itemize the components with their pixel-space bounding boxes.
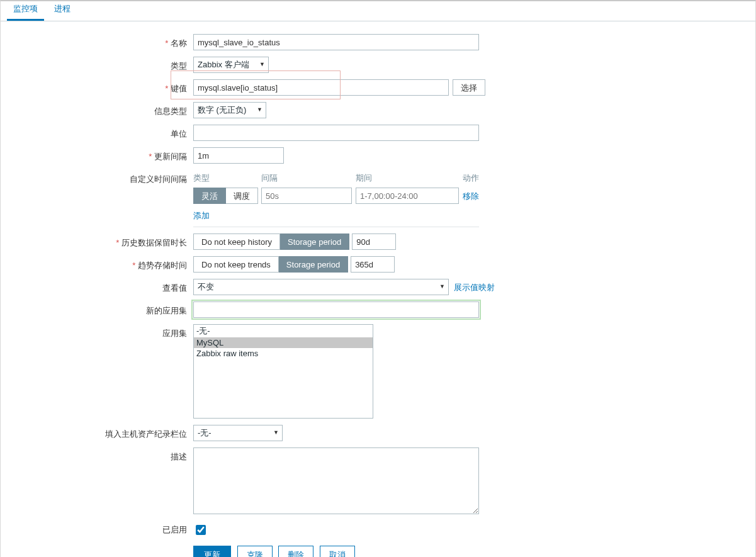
showvalue-mapping-link[interactable]: 展示值映射 <box>454 279 495 293</box>
label-name: 名称 <box>7 34 193 49</box>
ci-flex-button[interactable]: 灵活 <box>193 188 226 204</box>
inventory-select[interactable]: -无- <box>193 425 283 441</box>
ci-th-action: 动作 <box>463 170 484 188</box>
label-trend: 趋势存储时间 <box>7 256 193 271</box>
custom-interval-table: 类型 间隔 期间 动作 灵活 调度 <box>193 170 484 204</box>
ci-add-link[interactable]: 添加 <box>193 211 210 220</box>
trend-value-input[interactable] <box>351 256 395 273</box>
label-type: 类型 <box>7 57 193 72</box>
type-select[interactable]: Zabbix 客户端 <box>193 57 269 73</box>
label-update-interval: 更新间隔 <box>7 147 193 162</box>
newapp-input[interactable] <box>193 301 479 318</box>
list-item[interactable]: -无- <box>194 325 373 337</box>
delete-button[interactable]: 删除 <box>278 546 313 557</box>
tab-bar: 监控项 进程 <box>1 1 755 21</box>
ci-th-interval: 间隔 <box>261 170 356 188</box>
history-storage-button[interactable]: Storage period <box>280 233 349 250</box>
list-item[interactable]: MySQL <box>194 337 373 348</box>
key-select-button[interactable]: 选择 <box>453 79 485 96</box>
clone-button[interactable]: 克隆 <box>237 546 273 557</box>
label-key: 键值 <box>7 79 193 94</box>
cancel-button[interactable]: 取消 <box>320 546 355 557</box>
units-input[interactable] <box>193 125 479 141</box>
showvalue-select[interactable]: 不变 <box>193 279 449 295</box>
ci-th-period: 期间 <box>356 170 463 188</box>
ci-interval-input[interactable] <box>261 188 352 204</box>
update-interval-input[interactable] <box>193 147 284 164</box>
label-units: 单位 <box>7 125 193 140</box>
trend-storage-button[interactable]: Storage period <box>279 256 348 273</box>
description-textarea[interactable] <box>193 447 479 514</box>
infotype-select[interactable]: 数字 (无正负) <box>193 102 266 118</box>
label-history: 历史数据保留时长 <box>7 233 193 249</box>
update-button[interactable]: 更新 <box>193 546 231 557</box>
history-value-input[interactable] <box>352 233 396 250</box>
label-showvalue: 查看值 <box>7 279 193 294</box>
apps-listbox[interactable]: -无- MySQL Zabbix raw items <box>193 324 373 419</box>
ci-remove-link[interactable]: 移除 <box>463 191 479 201</box>
list-item[interactable]: Zabbix raw items <box>194 348 373 359</box>
ci-sched-button[interactable]: 调度 <box>226 188 258 204</box>
tab-item-process[interactable]: 进程 <box>48 0 77 21</box>
name-input[interactable] <box>193 34 479 50</box>
label-infotype: 信息类型 <box>7 102 193 117</box>
label-newapp: 新的应用集 <box>7 301 193 317</box>
history-nokeep-button[interactable]: Do not keep history <box>193 233 280 250</box>
table-row: 灵活 调度 移除 <box>193 188 484 204</box>
trend-nokeep-button[interactable]: Do not keep trends <box>193 256 279 273</box>
enabled-checkbox[interactable] <box>196 525 206 535</box>
label-description: 描述 <box>7 447 193 463</box>
label-custom-intervals: 自定义时间间隔 <box>7 170 193 185</box>
tab-item-monitor[interactable]: 监控项 <box>7 0 44 21</box>
label-inventory: 填入主机资产纪录栏位 <box>7 425 193 440</box>
ci-th-type: 类型 <box>193 170 261 188</box>
ci-period-input[interactable] <box>356 188 459 204</box>
label-apps: 应用集 <box>7 324 193 339</box>
label-enabled: 已启用 <box>7 520 193 536</box>
key-input[interactable] <box>193 79 449 96</box>
